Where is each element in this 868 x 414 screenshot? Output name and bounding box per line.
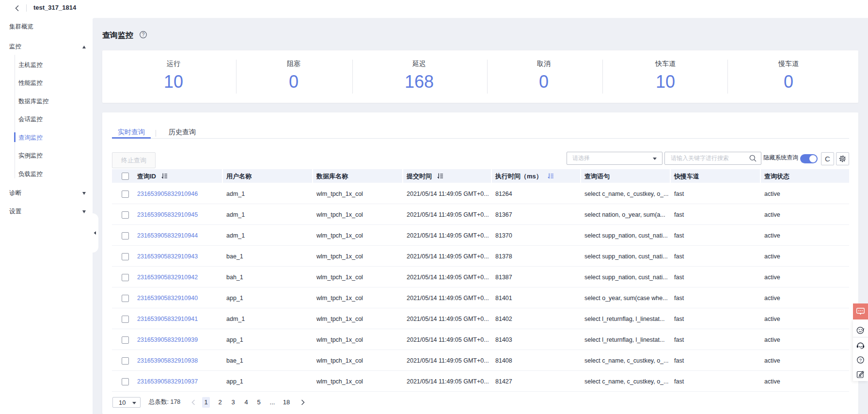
svg-text:?: ? bbox=[142, 32, 145, 37]
svg-text:?: ? bbox=[859, 357, 862, 363]
